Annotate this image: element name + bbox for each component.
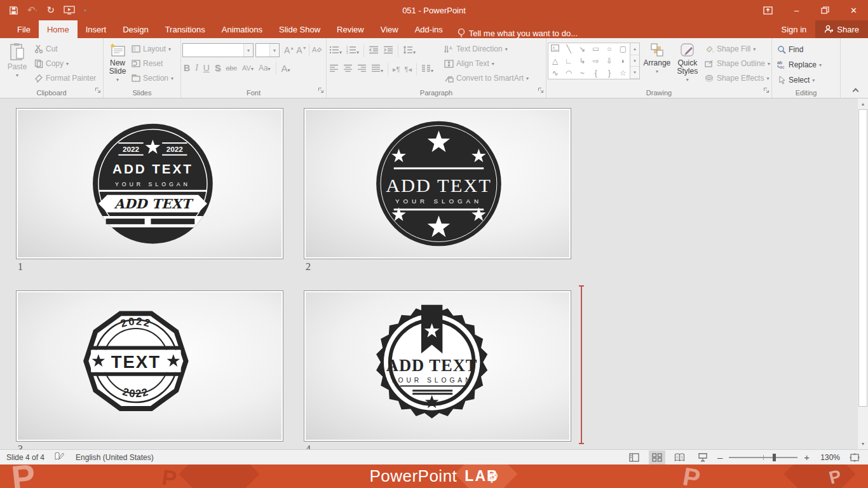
- drawing-dialog-launcher[interactable]: [763, 85, 770, 96]
- reset-button[interactable]: Reset: [132, 57, 173, 70]
- format-painter-button[interactable]: Format Painter: [34, 72, 96, 85]
- paste-button[interactable]: Paste ▾: [1, 40, 33, 88]
- shape-line-icon[interactable]: ╲: [566, 44, 571, 53]
- customize-qat-button[interactable]: ▾: [84, 8, 86, 13]
- shape-star-icon[interactable]: ☆: [620, 69, 627, 78]
- tab-design[interactable]: Design: [114, 20, 156, 38]
- shape-textbox-icon[interactable]: A: [551, 44, 559, 53]
- tell-me-box[interactable]: Tell me what you want to do...: [451, 28, 584, 38]
- layout-button[interactable]: Layout ▾: [132, 43, 173, 55]
- underline-button[interactable]: U: [203, 63, 210, 73]
- shape-rectangle-icon[interactable]: ▭: [592, 44, 599, 53]
- tab-animations[interactable]: Animations: [214, 20, 271, 38]
- cut-button[interactable]: Cut: [34, 43, 96, 55]
- zoom-slider[interactable]: [729, 457, 797, 458]
- copy-button[interactable]: Copy ▾: [34, 57, 96, 70]
- tab-review[interactable]: Review: [329, 20, 372, 38]
- fit-slide-to-window-button[interactable]: [846, 451, 863, 464]
- shape-down-arrow-icon[interactable]: ⇩: [606, 57, 613, 65]
- new-slide-button[interactable]: New Slide ▾: [105, 40, 130, 88]
- shape-arc-icon[interactable]: ◠: [566, 69, 572, 78]
- shapes-gallery-more-icon[interactable]: ▾: [630, 67, 639, 79]
- select-button[interactable]: Select ▾: [777, 74, 822, 86]
- arrange-button[interactable]: Arrange ▾: [641, 40, 673, 88]
- text-direction-button[interactable]: A Text Direction ▾: [444, 43, 529, 55]
- tab-transitions[interactable]: Transitions: [157, 20, 214, 38]
- restore-button[interactable]: [811, 0, 839, 20]
- tab-file[interactable]: File: [9, 20, 39, 38]
- zoom-level[interactable]: 130%: [816, 453, 840, 462]
- shape-scribble-icon[interactable]: ∿: [552, 69, 559, 78]
- language-status[interactable]: English (United States): [76, 453, 154, 462]
- line-spacing-button[interactable]: ▾: [403, 45, 416, 57]
- decrease-font-size-button[interactable]: A▼: [296, 45, 306, 55]
- align-text-button[interactable]: Align Text ▾: [444, 57, 529, 70]
- justify-button[interactable]: ▾: [371, 64, 383, 75]
- shape-elbow-arrow-icon[interactable]: ↳: [579, 57, 585, 65]
- rtl-text-button[interactable]: ¶◂: [404, 65, 411, 74]
- undo-button[interactable]: ↶▾: [27, 4, 38, 16]
- sign-in-button[interactable]: Sign in: [773, 25, 816, 34]
- tab-insert[interactable]: Insert: [78, 20, 115, 38]
- strikethrough-button[interactable]: abc: [226, 64, 237, 72]
- shape-right-arrow-icon[interactable]: ⇨: [593, 57, 599, 65]
- tab-add-ins[interactable]: Add-ins: [407, 20, 451, 38]
- zoom-slider-thumb[interactable]: [773, 454, 776, 461]
- slide-thumbnail-2[interactable]: ADD TEXT YOUR SLOGAN: [304, 109, 571, 259]
- tab-home[interactable]: Home: [39, 20, 78, 38]
- shape-rounded-rectangle-icon[interactable]: ▢: [620, 44, 627, 53]
- shape-fill-button[interactable]: Shape Fill ▾: [705, 43, 770, 55]
- minimize-button[interactable]: –: [782, 0, 811, 20]
- numbering-button[interactable]: 123▾: [346, 45, 359, 57]
- shape-triangle-icon[interactable]: △: [552, 57, 558, 65]
- normal-view-button[interactable]: [626, 451, 642, 464]
- slide-show-view-button[interactable]: [695, 451, 711, 464]
- font-size-combobox[interactable]: ▾: [255, 43, 280, 57]
- scrollbar-thumb[interactable]: [858, 109, 867, 407]
- redo-button[interactable]: ↻: [47, 4, 55, 16]
- font-dialog-launcher[interactable]: [318, 85, 324, 96]
- increase-font-size-button[interactable]: A▲: [284, 45, 294, 55]
- align-left-button[interactable]: [329, 64, 339, 75]
- replace-button[interactable]: abac Replace ▾: [777, 58, 822, 71]
- find-button[interactable]: Find: [777, 43, 822, 56]
- section-button[interactable]: Section ▾: [132, 72, 173, 85]
- slide-thumbnail-3[interactable]: TEXT 2022 2022: [17, 291, 283, 441]
- change-case-button[interactable]: Aa▾: [259, 64, 271, 72]
- align-right-button[interactable]: [357, 64, 367, 75]
- spellcheck-icon[interactable]: [55, 452, 65, 463]
- bold-button[interactable]: B: [184, 63, 190, 73]
- start-slideshow-button[interactable]: [64, 6, 75, 15]
- shape-right-brace-icon[interactable]: }: [608, 69, 611, 78]
- close-button[interactable]: ✕: [839, 0, 868, 20]
- vertical-scrollbar[interactable]: ▴ ▾: [857, 98, 868, 449]
- text-shadow-button[interactable]: S: [215, 63, 220, 73]
- shape-pie-icon[interactable]: ◗: [621, 57, 625, 65]
- slide-thumbnail-4[interactable]: ADD TEXT YOUR SLOGAN: [304, 291, 571, 441]
- shapes-gallery-scrollbar[interactable]: ▴ ▾ ▾: [630, 43, 640, 79]
- columns-button[interactable]: ▾: [421, 64, 433, 75]
- slide-thumbnail-1[interactable]: 2022 2022 ADD TEXT YOUR SLOGAN ADD TEXT: [17, 109, 283, 259]
- paragraph-dialog-launcher[interactable]: [538, 85, 544, 96]
- shape-arrow-icon[interactable]: ↘: [579, 44, 585, 53]
- decrease-indent-button[interactable]: [369, 45, 379, 57]
- save-icon[interactable]: [9, 6, 18, 15]
- tab-view[interactable]: View: [372, 20, 407, 38]
- tab-slide-show[interactable]: Slide Show: [271, 20, 329, 38]
- share-button[interactable]: Share: [815, 20, 868, 38]
- font-name-dropdown-icon[interactable]: ▾: [243, 44, 253, 57]
- character-spacing-button[interactable]: AV▾: [242, 64, 254, 72]
- shape-curve-icon[interactable]: ~: [580, 69, 585, 78]
- quick-styles-button[interactable]: Quick Styles ▾: [674, 40, 701, 88]
- zoom-in-button[interactable]: +: [804, 452, 810, 463]
- font-size-dropdown-icon[interactable]: ▾: [269, 44, 279, 57]
- increase-indent-button[interactable]: [383, 45, 393, 57]
- shapes-scroll-down-icon[interactable]: ▾: [630, 55, 639, 67]
- shapes-gallery[interactable]: A ╲ ↘ ▭ ○ ▢ △ ∟ ↳ ⇨ ⇩ ◗ ∿ ◠ ~ { } ☆: [548, 43, 630, 79]
- convert-smartart-button[interactable]: Convert to SmartArt ▾: [444, 72, 529, 85]
- shape-left-brace-icon[interactable]: {: [595, 69, 597, 78]
- scroll-down-arrow-icon[interactable]: ▾: [858, 438, 868, 449]
- font-name-combobox[interactable]: ▾: [182, 43, 254, 57]
- ltr-text-button[interactable]: ▸¶: [393, 65, 400, 74]
- ribbon-display-options-button[interactable]: [754, 0, 782, 20]
